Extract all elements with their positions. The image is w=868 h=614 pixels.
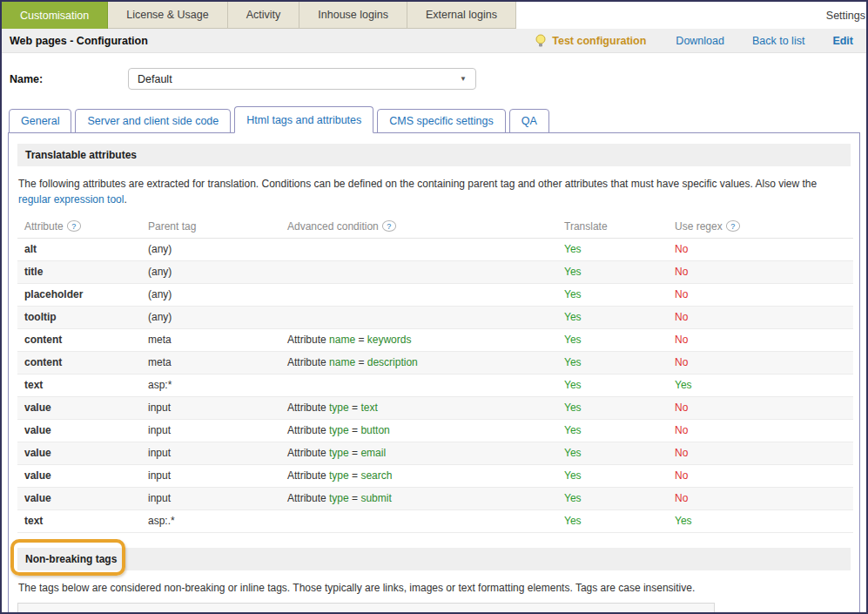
tag-item: s	[485, 610, 490, 614]
translate-cell: Yes	[557, 488, 668, 510]
use-regex-value: No	[675, 288, 688, 300]
use-regex-value: No	[675, 266, 688, 278]
table-row: valueinputAttribute type = buttonYesNo	[17, 420, 853, 442]
tag-item: acronym	[49, 610, 89, 614]
tag-item: sup	[730, 610, 746, 614]
tab-cms-specific-settings[interactable]: CMS specific settings	[377, 109, 505, 133]
tag-item: code	[239, 610, 261, 614]
translatable-attributes-table: Attribute?Parent tagAdvanced condition?T…	[17, 214, 853, 533]
tag-item: em	[304, 610, 319, 614]
back-to-list-link[interactable]: Back to list	[752, 35, 804, 47]
non-breaking-description: The tags below are considered non-breaki…	[18, 580, 850, 596]
tab-qa[interactable]: QA	[509, 109, 549, 133]
top-tab-customisation[interactable]: Customisation	[2, 2, 108, 29]
toolbar-actions: Test configuration Download Back to list…	[535, 34, 858, 48]
translate-cell: Yes	[557, 397, 668, 420]
use-regex-value: No	[675, 311, 688, 323]
condition-value: email	[360, 447, 386, 459]
condition-value: text	[360, 401, 377, 414]
lightbulb-icon	[535, 34, 546, 48]
edit-link[interactable]: Edit	[832, 35, 853, 47]
sub-tab-bar: GeneralServer and client side codeHtml t…	[2, 106, 866, 133]
download-link[interactable]: Download	[676, 35, 724, 47]
name-label: Name:	[10, 73, 128, 85]
tab-html-tags-and-attributes[interactable]: Html tags and attributes	[234, 106, 373, 133]
column-header-advanced-condition: Advanced condition?	[280, 214, 557, 239]
advanced-condition-cell: Attribute type = search	[280, 465, 557, 488]
use-regex-value: No	[675, 243, 688, 255]
column-label: Advanced condition	[287, 220, 379, 233]
attribute-cell: tooltip	[17, 307, 141, 329]
translate-value: Yes	[564, 401, 582, 414]
description-text-end: .	[124, 193, 126, 206]
attribute-cell: content	[17, 329, 141, 352]
settings-link[interactable]: Settings	[826, 2, 865, 29]
help-icon[interactable]: ?	[382, 220, 396, 232]
use-regex-cell: No	[668, 329, 853, 352]
column-header-attribute: Attribute?	[17, 214, 141, 239]
parent-tag-cell: (any)	[141, 239, 280, 261]
table-row: valueinputAttribute type = searchYesNo	[17, 465, 853, 488]
translate-cell: Yes	[557, 261, 668, 284]
use-regex-cell: Yes	[668, 374, 853, 397]
tag-item: kbd	[454, 610, 470, 614]
tab-general[interactable]: General	[9, 109, 71, 133]
column-label: Attribute	[24, 220, 64, 233]
section-title-translatable-attributes: Translatable attributes	[17, 144, 851, 166]
top-tab-inhouse-logins[interactable]: Inhouse logins	[299, 2, 407, 29]
parent-tag-cell: input	[141, 488, 280, 510]
condition-attr-name: type	[329, 492, 349, 504]
top-tab-external-logins[interactable]: External logins	[407, 2, 516, 29]
help-icon[interactable]: ?	[726, 220, 740, 232]
use-regex-value: Yes	[675, 379, 692, 391]
app-window: CustomisationLicense & UsageActivityInho…	[0, 0, 868, 614]
use-regex-cell: No	[668, 284, 853, 307]
use-regex-cell: No	[668, 352, 853, 374]
tab-server-and-client-side-code[interactable]: Server and client side code	[75, 109, 231, 133]
tag-item: iframe	[380, 610, 409, 614]
parent-tag-cell: (any)	[141, 284, 280, 307]
tag-item: br	[185, 610, 195, 614]
parent-tag-cell: asp:.*	[141, 510, 280, 533]
condition-attr-name: name	[329, 356, 355, 368]
tag-item: tt	[760, 610, 766, 614]
condition-equals: =	[349, 447, 361, 459]
use-regex-value: No	[675, 447, 688, 459]
attribute-cell: content	[17, 352, 141, 374]
translate-value: Yes	[564, 356, 582, 368]
test-configuration-button[interactable]: Test configuration	[535, 34, 646, 48]
top-tab-license-usage[interactable]: License & Usage	[108, 2, 228, 29]
translate-cell: Yes	[557, 465, 668, 488]
use-regex-value: No	[675, 401, 688, 414]
condition-prefix: Attribute	[287, 469, 329, 482]
regular-expression-tool-link[interactable]: regular expression tool	[18, 193, 124, 206]
table-row: valueinputAttribute type = submitYesNo	[17, 488, 853, 510]
parent-tag-cell: input	[141, 420, 280, 442]
top-tab-activity[interactable]: Activity	[228, 2, 300, 29]
tag-item: small	[504, 610, 528, 614]
translate-value: Yes	[564, 424, 582, 436]
table-row: valueinputAttribute type = emailYesNo	[17, 442, 853, 465]
tag-item: small	[661, 610, 685, 614]
non-breaking-tags-list: aacronymbbigblinkbrcitecodedfnemfontiifr…	[17, 603, 715, 614]
advanced-condition-cell	[280, 284, 557, 307]
translate-value: Yes	[564, 515, 582, 527]
column-header-translate: Translate	[557, 214, 668, 239]
tag-item: dfn	[275, 610, 290, 614]
advanced-condition-cell	[280, 239, 557, 261]
use-regex-value: No	[675, 334, 688, 346]
use-regex-cell: No	[668, 239, 853, 261]
table-row: contentmetaAttribute name = descriptionY…	[17, 352, 853, 374]
help-icon[interactable]: ?	[67, 220, 81, 232]
name-select[interactable]: Default ▼	[128, 68, 476, 90]
attribute-cell: text	[17, 510, 141, 533]
translate-value: Yes	[564, 311, 582, 323]
use-regex-cell: No	[668, 488, 853, 510]
advanced-condition-cell	[280, 374, 557, 397]
translate-value: Yes	[564, 334, 582, 346]
translate-cell: Yes	[557, 510, 668, 533]
use-regex-value: Yes	[675, 515, 692, 527]
condition-equals: =	[349, 401, 361, 414]
condition-prefix: Attribute	[287, 334, 329, 346]
translate-cell: Yes	[557, 329, 668, 352]
